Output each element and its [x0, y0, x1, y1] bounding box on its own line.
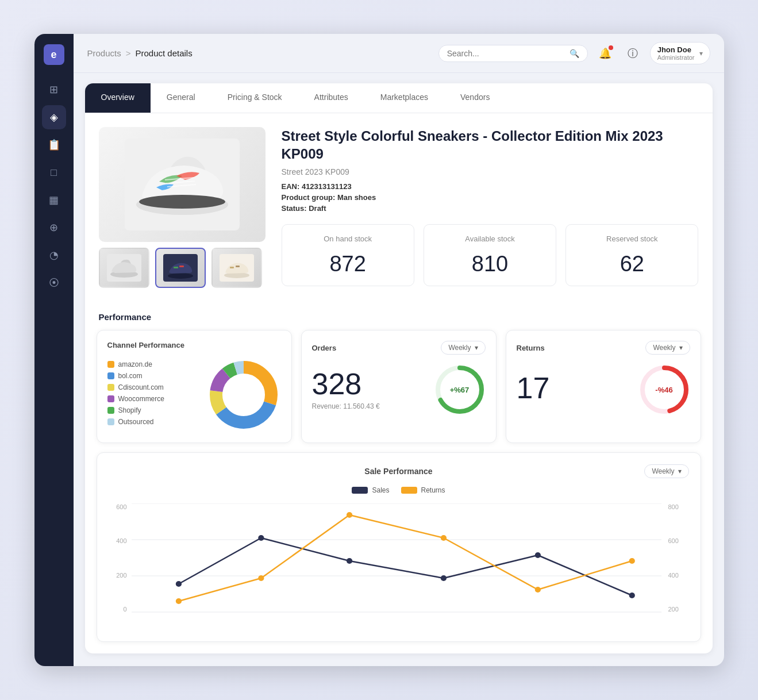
returns-header: Returns Weekly ▾ [517, 341, 690, 355]
svg-point-9 [168, 273, 193, 279]
search-icon: 🔍 [570, 49, 579, 58]
legend-dot-amazon [107, 361, 114, 368]
sidebar-icon-box[interactable]: ◈ [42, 105, 66, 129]
legend-dot-outsourced [107, 418, 114, 425]
sale-performance-period-select[interactable]: Weekly ▾ [644, 464, 688, 478]
svg-point-31 [175, 581, 181, 587]
orders-change-text: +%67 [450, 386, 470, 394]
svg-point-38 [258, 575, 264, 581]
legend-cdiscount: Cdiscount.com [107, 383, 197, 391]
tab-marketplaces[interactable]: Marketplaces [364, 83, 444, 113]
svg-point-32 [258, 535, 264, 541]
legend-returns: Returns [401, 486, 445, 494]
main-area: Products > Product details 🔍 🔔 ⓘ Jhon Do… [74, 34, 724, 666]
stock-cards: On hand stock 872 Available stock 810 Re… [282, 224, 699, 286]
help-button[interactable]: ⓘ [622, 43, 643, 64]
svg-point-37 [175, 598, 181, 604]
tab-vendors[interactable]: Vendors [444, 83, 506, 113]
breadcrumb-separator: > [126, 48, 131, 58]
notifications-button[interactable]: 🔔 [595, 43, 615, 64]
channel-legend: amazon.de bol.com Cdiscount.com [107, 360, 197, 429]
user-menu[interactable]: Jhon Doe Administrator ▾ [650, 42, 710, 64]
product-info: Street Style Colorful Sneakers - Collect… [282, 127, 699, 288]
legend-sales: Sales [352, 486, 389, 494]
svg-point-22 [226, 378, 261, 412]
svg-point-40 [440, 535, 446, 541]
returns-period-select[interactable]: Weekly ▾ [645, 341, 690, 355]
performance-section: Performance Channel Performance amazon.d… [85, 312, 713, 653]
user-name: Jhon Doe [657, 45, 695, 54]
line-chart-svg [132, 503, 661, 613]
app-logo: e [44, 44, 64, 65]
reserved-stock-value: 62 [575, 252, 688, 276]
thumbnail-3[interactable] [211, 248, 262, 288]
orders-header: Orders Weekly ▾ [312, 341, 486, 355]
orders-period-select[interactable]: Weekly ▾ [441, 341, 485, 355]
product-status: Status: Draft [282, 204, 699, 213]
tab-general[interactable]: General [151, 83, 211, 113]
channel-chart-area: amazon.de bol.com Cdiscount.com [107, 357, 281, 432]
sidebar-icon-layers[interactable]: ⊕ [42, 216, 66, 240]
y-axis-left: 600 400 200 0 [109, 503, 130, 613]
on-hand-stock-value: 872 [291, 252, 405, 276]
available-stock-value: 810 [433, 252, 547, 276]
legend-woocommerce: Woocommerce [107, 395, 197, 403]
svg-point-35 [534, 552, 540, 558]
available-stock-label: Available stock [433, 234, 547, 244]
sale-performance-title: Sale Performance [364, 467, 432, 476]
line-chart: 600 400 200 0 800 600 400 200 [109, 503, 689, 630]
legend-dot-shopify [107, 407, 114, 414]
thumbnail-1[interactable] [99, 248, 149, 288]
legend-rect-sales [352, 487, 368, 494]
available-stock-card: Available stock 810 [424, 224, 556, 286]
header-right: 🔍 🔔 ⓘ Jhon Doe Administrator ▾ [438, 42, 710, 64]
channel-performance-title: Channel Performance [107, 341, 281, 349]
sidebar-icon-clipboard[interactable]: 📋 [42, 133, 66, 157]
chevron-down-icon: ▾ [679, 344, 683, 352]
sidebar-icon-clock[interactable]: ◔ [42, 243, 66, 267]
sidebar-icon-filter[interactable]: ⦿ [42, 271, 66, 295]
svg-rect-10 [174, 267, 178, 268]
returns-left: 17 [517, 373, 638, 406]
sale-performance-header: Sale Performance Weekly ▾ [109, 464, 689, 478]
returns-title: Returns [517, 344, 545, 352]
svg-rect-15 [236, 266, 240, 267]
search-input[interactable] [447, 49, 565, 58]
sidebar-icon-grid[interactable]: ⊞ [42, 78, 66, 102]
main-product-image [99, 127, 266, 242]
sale-performance-card: Sale Performance Weekly ▾ [97, 452, 701, 642]
returns-circular-progress: -%46 [638, 364, 690, 416]
tab-pricing-stock[interactable]: Pricing & Stock [211, 83, 298, 113]
product-sku: Street 2023 KP009 [282, 167, 699, 176]
performance-title: Performance [97, 312, 701, 322]
legend-amazon: amazon.de [107, 360, 197, 368]
chevron-down-icon: ▾ [678, 467, 682, 475]
svg-point-42 [629, 558, 634, 564]
svg-rect-14 [230, 267, 234, 268]
legend-outsourced: Outsourced [107, 418, 197, 426]
sidebar-icon-columns[interactable]: ▦ [42, 188, 66, 212]
on-hand-stock-label: On hand stock [291, 234, 405, 244]
thumbnail-row [99, 248, 266, 288]
product-images [99, 127, 266, 288]
sidebar-icon-package[interactable]: □ [42, 160, 66, 184]
notification-badge [609, 45, 613, 50]
orders-card: Orders Weekly ▾ 328 Revenu [301, 330, 497, 443]
svg-rect-11 [179, 266, 184, 267]
search-bar[interactable]: 🔍 [438, 45, 588, 62]
orders-content: 328 Revenue: 11.560.43 € [312, 364, 486, 416]
returns-content: 17 -%46 [517, 364, 690, 416]
reserved-stock-label: Reserved stock [575, 234, 688, 244]
legend-dot-cdiscount [107, 384, 114, 391]
product-card: Overview General Pricing & Stock Attribu… [85, 83, 713, 653]
product-group: Product group: Man shoes [282, 193, 699, 202]
tab-attributes[interactable]: Attributes [298, 83, 364, 113]
breadcrumb-parent[interactable]: Products [87, 48, 121, 58]
header: Products > Product details 🔍 🔔 ⓘ Jhon Do… [74, 34, 724, 73]
chevron-down-icon: ▾ [475, 344, 478, 352]
donut-chart [206, 357, 281, 432]
thumbnail-2[interactable] [155, 248, 206, 288]
legend-rect-returns [401, 487, 417, 494]
legend-shopify: Shopify [107, 406, 197, 414]
tab-overview[interactable]: Overview [85, 83, 151, 113]
